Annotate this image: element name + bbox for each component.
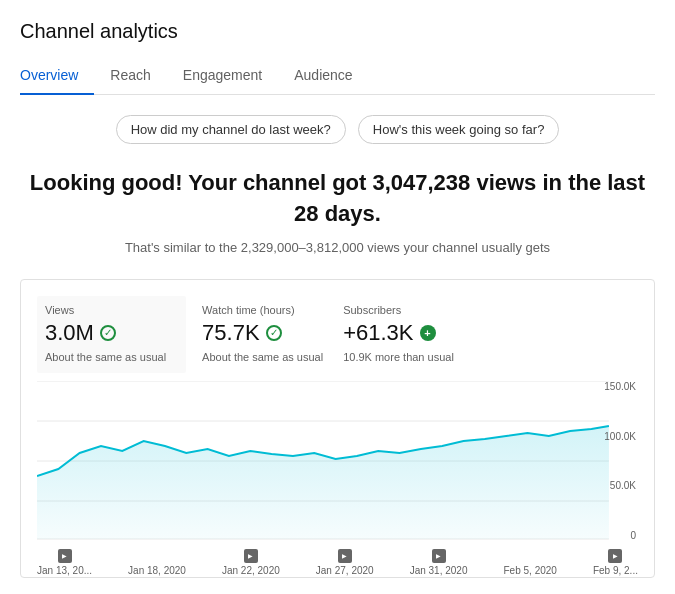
date-marker-icon-6 — [608, 549, 622, 563]
date-marker-4: Jan 31, 2020 — [410, 549, 468, 576]
quick-filters: How did my channel do last week? How's t… — [20, 115, 655, 144]
tab-reach[interactable]: Reach — [110, 59, 166, 95]
stat-watch-value: 75.7K ✓ — [202, 320, 323, 346]
filter-last-week[interactable]: How did my channel do last week? — [116, 115, 346, 144]
page-title: Channel analytics — [20, 20, 655, 43]
chart-dates-row: Jan 13, 20... Jan 18, 2020 Jan 22, 2020 … — [37, 545, 638, 576]
date-marker-3: Jan 27, 2020 — [316, 549, 374, 576]
stat-watch-time: Watch time (hours) 75.7K ✓ About the sam… — [202, 296, 343, 373]
stat-views: Views 3.0M ✓ About the same as usual — [37, 296, 186, 373]
chart-svg — [37, 381, 638, 541]
stat-views-label: Views — [45, 304, 166, 316]
stat-views-note: About the same as usual — [45, 350, 166, 365]
date-marker-icon-3 — [338, 549, 352, 563]
date-marker-icon-0 — [58, 549, 72, 563]
tab-overview[interactable]: Overview — [20, 59, 94, 95]
date-marker-0: Jan 13, 20... — [37, 549, 92, 576]
check-icon-views: ✓ — [100, 325, 116, 341]
date-marker-1: Jan 18, 2020 — [128, 549, 186, 576]
date-marker-icon-4 — [432, 549, 446, 563]
tab-engagement[interactable]: Engagement — [183, 59, 278, 95]
stat-subs-note: 10.9K more than usual — [343, 350, 454, 365]
chart-area: 150.0K 100.0K 50.0K 0 Jan 13, 20... Jan … — [37, 381, 638, 561]
stat-watch-note: About the same as usual — [202, 350, 323, 365]
stats-card: Views 3.0M ✓ About the same as usual Wat… — [20, 279, 655, 578]
stat-subs-value: +61.3K + — [343, 320, 454, 346]
tab-audience[interactable]: Audience — [294, 59, 368, 95]
date-marker-icon-2 — [244, 549, 258, 563]
stat-views-value: 3.0M ✓ — [45, 320, 166, 346]
stat-watch-label: Watch time (hours) — [202, 304, 323, 316]
stat-subs-label: Subscribers — [343, 304, 454, 316]
plus-icon-subs: + — [420, 325, 436, 341]
headline: Looking good! Your channel got 3,047,238… — [20, 168, 655, 230]
date-marker-2: Jan 22, 2020 — [222, 549, 280, 576]
subheadline: That's similar to the 2,329,000–3,812,00… — [20, 240, 655, 255]
stat-subscribers: Subscribers +61.3K + 10.9K more than usu… — [343, 296, 474, 373]
check-icon-watch: ✓ — [266, 325, 282, 341]
stats-row: Views 3.0M ✓ About the same as usual Wat… — [37, 296, 638, 373]
filter-this-week[interactable]: How's this week going so far? — [358, 115, 560, 144]
date-marker-5: Feb 5, 2020 — [504, 549, 557, 576]
tabs-container: Overview Reach Engagement Audience — [20, 59, 655, 95]
date-marker-6: Feb 9, 2... — [593, 549, 638, 576]
